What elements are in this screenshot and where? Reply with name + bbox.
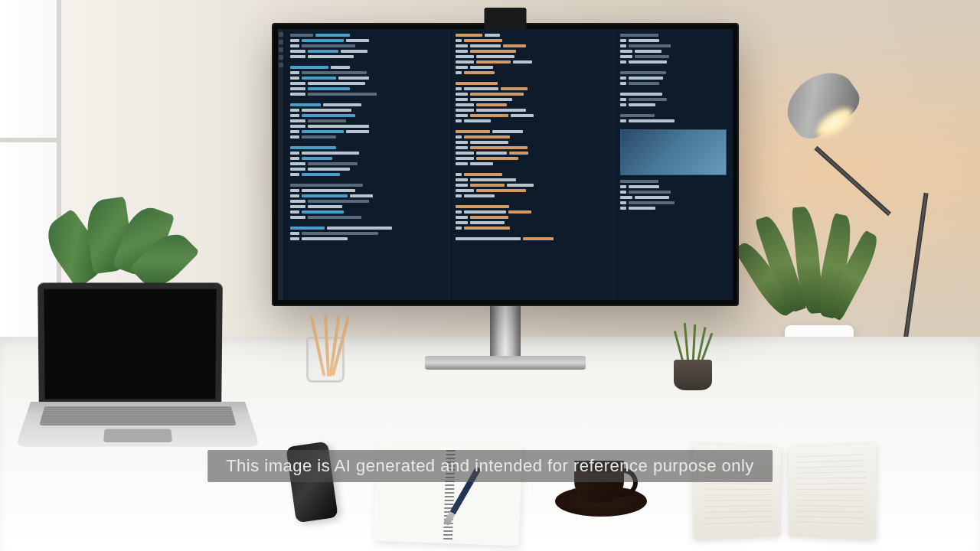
book-page-right: [789, 444, 877, 540]
watermark-text: This image is AI generated and intended …: [226, 456, 754, 475]
plant-pot-small: [674, 360, 712, 390]
laptop-screen: [38, 283, 223, 406]
editor-preview-image: [620, 129, 727, 175]
webcam: [485, 8, 527, 29]
laptop-keyboard: [15, 402, 260, 447]
editor-panel-center: [449, 29, 615, 300]
monitor-screen: [278, 29, 733, 300]
pencil-holder: [306, 337, 345, 383]
monitor-stand-neck: [490, 306, 521, 360]
watermark-overlay: This image is AI generated and intended …: [207, 450, 773, 482]
lamp-arm: [814, 146, 891, 216]
editor-panel-left: [284, 29, 449, 300]
editor-panel-right: [614, 29, 733, 300]
small-plant: [666, 344, 720, 390]
lamp-arm: [900, 193, 929, 360]
editor-activity-bar: [278, 29, 284, 300]
monitor-stand-base: [425, 356, 586, 370]
laptop: [31, 283, 230, 459]
monitor: [272, 23, 739, 306]
